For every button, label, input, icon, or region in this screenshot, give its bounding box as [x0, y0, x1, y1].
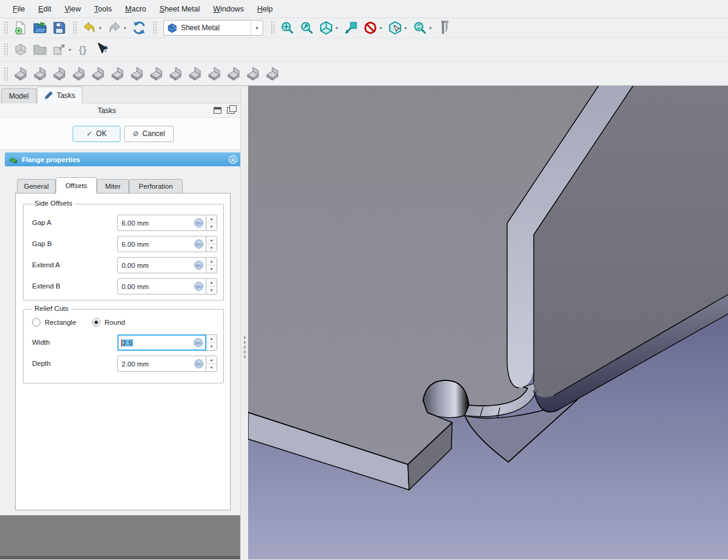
depth-input[interactable]: 2.00 mm f(x) [117, 356, 206, 372]
dropdown-arrow-icon[interactable]: ▼ [68, 48, 72, 52]
toolbar-grip[interactable] [4, 43, 8, 56]
menu-view[interactable]: View [58, 2, 88, 16]
dropdown-arrow-icon[interactable]: ▼ [404, 26, 408, 30]
sm-edit-corner-button[interactable] [263, 65, 281, 82]
cancel-button[interactable]: ⊘ Cancel [124, 126, 174, 142]
expression-icon[interactable]: f(x) [194, 282, 203, 291]
menu-file[interactable]: File [6, 2, 31, 16]
expression-icon[interactable]: f(x) [194, 359, 203, 368]
expression-icon[interactable]: f(x) [194, 239, 203, 249]
sm-make-bend-button[interactable] [186, 65, 204, 82]
undo-button[interactable]: ▼ [80, 19, 104, 36]
extend-a-spinner[interactable]: ▲▼ [206, 257, 217, 273]
fit-selection-button[interactable] [298, 19, 316, 36]
create-group-button [31, 41, 49, 58]
dropdown-arrow-icon[interactable]: ▼ [379, 26, 383, 30]
width-spinner[interactable]: ▲▼ [206, 334, 217, 351]
expression-icon[interactable]: f(x) [194, 338, 203, 347]
gap-b-input[interactable]: 6.00 mm f(x) [117, 236, 206, 252]
gap-b-spinner[interactable]: ▲▼ [206, 236, 217, 252]
width-value: 2.5 [122, 339, 133, 347]
depth-spinner[interactable]: ▲▼ [206, 356, 217, 372]
dropdown-arrow-icon[interactable]: ▼ [98, 26, 102, 30]
sm-forming-tool-button[interactable] [225, 65, 243, 82]
toolbar-grip[interactable] [271, 21, 275, 34]
box-element-selection-button[interactable]: ▼ [386, 19, 410, 36]
spin-up-icon: ▲ [206, 335, 217, 343]
extend-b-value: 0.00 mm [122, 283, 194, 290]
relief-cuts-legend: Relief Cuts [31, 305, 71, 312]
sm-add-corner-relief-button[interactable] [128, 65, 146, 82]
create-group-icon [33, 42, 47, 57]
svg-text:?: ? [103, 44, 108, 54]
collapse-section-icon[interactable] [229, 155, 237, 164]
dropdown-arrow-icon[interactable]: ▼ [335, 26, 339, 30]
go-to-linked-object-icon [344, 21, 358, 35]
toolbar-grip[interactable] [73, 21, 77, 34]
whats-this-button[interactable]: ? [94, 41, 113, 58]
sm-make-bend-icon [188, 67, 202, 81]
flange-properties-header[interactable]: Flange properties [5, 152, 241, 166]
new-document-button[interactable] [11, 19, 30, 36]
tab-miter[interactable]: Miter [97, 179, 129, 194]
3d-viewport[interactable] [248, 86, 728, 559]
sm-unfold-button[interactable] [108, 65, 126, 82]
zoom-sync-button[interactable]: ▼ [411, 19, 435, 36]
menu-edit[interactable]: Edit [31, 2, 58, 16]
tab-tasks[interactable]: Tasks [37, 86, 82, 103]
spin-up-icon: ▲ [206, 236, 217, 244]
open-document-button[interactable] [31, 19, 49, 36]
extend-a-input[interactable]: 0.00 mm f(x) [117, 257, 206, 273]
sm-unfold-sketch-button[interactable] [89, 65, 107, 82]
tab-offsets[interactable]: Offsets [56, 177, 97, 194]
menu-sheet-metal[interactable]: Sheet Metal [153, 2, 207, 16]
dock-panel-icon[interactable] [214, 107, 221, 114]
extend-b-spinner[interactable]: ▲▼ [206, 278, 217, 295]
sm-sketch-on-sheet-button[interactable] [205, 65, 223, 82]
chevron-down-icon[interactable]: ▼ [251, 21, 263, 35]
width-input[interactable]: 2.5 f(x) [117, 334, 206, 351]
sm-make-relief-button[interactable] [147, 65, 165, 82]
sm-make-rip-button[interactable] [244, 65, 262, 82]
dropdown-arrow-icon[interactable]: ▼ [428, 26, 433, 30]
redo-button[interactable]: ▼ [105, 19, 129, 36]
refresh-button[interactable] [130, 19, 148, 36]
panel-splitter[interactable] [240, 86, 248, 559]
extend-b-input[interactable]: 0.00 mm f(x) [117, 278, 206, 295]
workbench-selector[interactable]: Sheet Metal ▼ [163, 20, 263, 36]
tab-general[interactable]: General [17, 179, 56, 194]
toolbar-grip[interactable] [4, 21, 8, 34]
axonometric-button[interactable]: ▼ [317, 19, 341, 36]
gap-a-input[interactable]: 6.00 mm f(x) [117, 215, 206, 231]
menu-windows[interactable]: Windows [206, 2, 251, 16]
dropdown-arrow-icon[interactable]: ▼ [123, 26, 127, 30]
width-row: Width 2.5 f(x) ▲▼ [24, 334, 223, 351]
toolbar-grip[interactable] [152, 21, 157, 34]
width-label: Width [32, 339, 50, 346]
radio-round[interactable] [92, 318, 100, 327]
menu-tools[interactable]: Tools [88, 2, 119, 16]
sm-make-wall-button[interactable] [31, 65, 49, 82]
panel-empty-area [0, 515, 240, 559]
tab-perforation[interactable]: Perforation [129, 179, 183, 194]
menu-macro[interactable]: Macro [119, 2, 153, 16]
make-link-button: ▼ [50, 41, 74, 58]
gap-a-spinner[interactable]: ▲▼ [206, 215, 217, 231]
save-document-button[interactable] [50, 19, 68, 36]
expression-icon[interactable]: f(x) [194, 261, 203, 270]
float-panel-icon[interactable] [227, 107, 235, 114]
toolbar-grip[interactable] [4, 67, 8, 80]
sm-fold-wall-button[interactable] [70, 65, 88, 82]
expression-icon[interactable]: f(x) [194, 218, 203, 227]
go-to-linked-object-button[interactable] [342, 19, 360, 36]
sm-extend-face-button[interactable] [50, 65, 68, 82]
sm-make-base-wall-button[interactable] [11, 65, 30, 82]
sm-make-junction-button[interactable] [166, 65, 185, 82]
tab-model[interactable]: Model [1, 88, 36, 103]
fit-all-button[interactable] [278, 19, 297, 36]
measure-button[interactable] [436, 19, 454, 36]
clipping-plane-button[interactable]: ▼ [361, 19, 385, 36]
ok-button[interactable]: ✓ OK [73, 126, 120, 142]
menu-help[interactable]: Help [251, 2, 280, 16]
radio-rectangle[interactable] [32, 318, 41, 327]
